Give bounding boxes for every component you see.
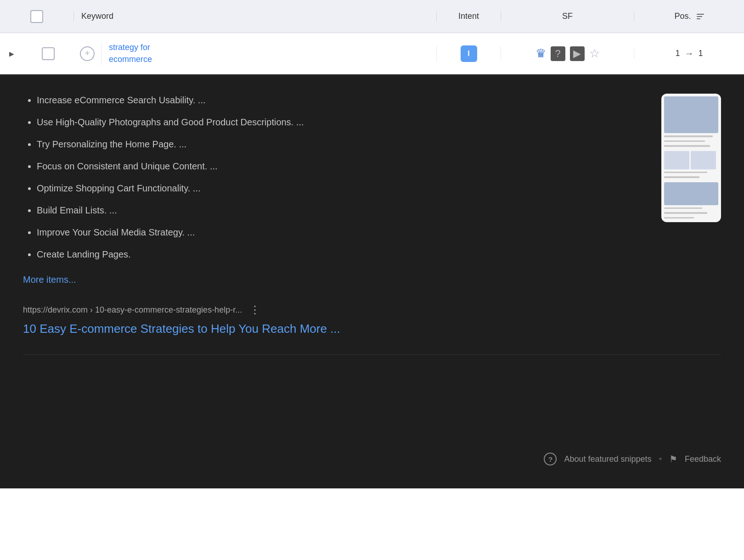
- row-checkbox[interactable]: [42, 47, 55, 60]
- serp-panel: Increase eCommerce Search Usability. ...…: [0, 75, 744, 488]
- serp-footer: ? About featured snippets • ⚑ Feedback: [544, 453, 721, 465]
- pos-col-label: Pos.: [674, 11, 691, 21]
- intent-badge: I: [461, 45, 477, 62]
- pos-previous-value: 1: [699, 49, 703, 58]
- list-item: Optimize Shopping Cart Functionality. ..…: [37, 182, 721, 195]
- serp-menu-icon[interactable]: ⋮: [249, 303, 260, 316]
- header-pos-col: Pos.: [634, 11, 744, 21]
- row-check-cell: [23, 47, 73, 60]
- list-item: Create Landing Pages.: [37, 248, 721, 261]
- about-snippets-label[interactable]: About featured snippets: [564, 454, 651, 464]
- serp-title[interactable]: 10 Easy E-commerce Strategies to Help Yo…: [23, 322, 721, 336]
- pos-filter-icon[interactable]: [697, 14, 704, 19]
- pos-cell: 1 → 1: [634, 48, 744, 59]
- add-keyword-icon[interactable]: +: [80, 46, 95, 61]
- intent-cell: I: [436, 45, 501, 62]
- serp-url: https://devrix.com › 10-easy-e-commerce-…: [23, 305, 242, 315]
- keyword-row: ▶ + strategy for ecommerce I ♛ ? ▶ ☆ 1 →…: [0, 33, 744, 74]
- row-expand[interactable]: ▶: [0, 50, 23, 57]
- pos-current-value: 1: [675, 49, 680, 58]
- sf-cell: ♛ ? ▶ ☆: [501, 46, 634, 61]
- table-header: Keyword Intent SF Pos.: [0, 0, 744, 33]
- list-item: Use High-Quality Photographs and Good Pr…: [37, 116, 721, 129]
- keyword-cell[interactable]: strategy for ecommerce: [101, 42, 436, 65]
- keyword-text: strategy for ecommerce: [109, 42, 429, 65]
- serp-inner-divider: [23, 354, 721, 355]
- list-item: Increase eCommerce Search Usability. ...: [37, 94, 721, 106]
- list-item: Improve Your Social Media Strategy. ...: [37, 226, 721, 239]
- header-keyword-col: Keyword: [73, 11, 436, 21]
- intent-col-label: Intent: [458, 11, 479, 21]
- list-item: Try Personalizing the Home Page. ...: [37, 138, 721, 151]
- header-sf-col: SF: [501, 11, 634, 21]
- pos-arrow-icon: →: [685, 48, 694, 59]
- row-add-cell: +: [73, 46, 101, 61]
- feedback-flag-icon: ⚑: [669, 454, 677, 465]
- footer-separator: •: [659, 454, 662, 464]
- more-items-link[interactable]: More items...: [23, 274, 721, 285]
- header-checkbox[interactable]: [30, 10, 43, 23]
- feedback-label[interactable]: Feedback: [685, 454, 721, 464]
- keyword-col-label: Keyword: [81, 11, 113, 21]
- header-intent-col: Intent: [436, 11, 501, 21]
- list-item: Build Email Lists. ...: [37, 204, 721, 217]
- sf-col-label: SF: [562, 11, 573, 21]
- star-icon: ☆: [589, 46, 600, 61]
- header-check-col: [0, 10, 73, 23]
- serp-thumbnail: [661, 94, 721, 222]
- serp-list: Increase eCommerce Search Usability. ...…: [23, 94, 721, 261]
- serp-url-row: https://devrix.com › 10-easy-e-commerce-…: [23, 303, 721, 316]
- video-icon: ▶: [570, 46, 585, 61]
- help-icon[interactable]: ?: [544, 453, 557, 465]
- list-item: Focus on Consistent and Unique Content. …: [37, 160, 721, 173]
- crown-icon: ♛: [535, 46, 546, 61]
- expand-arrow-icon[interactable]: ▶: [9, 50, 14, 57]
- question-box-icon: ?: [551, 46, 565, 61]
